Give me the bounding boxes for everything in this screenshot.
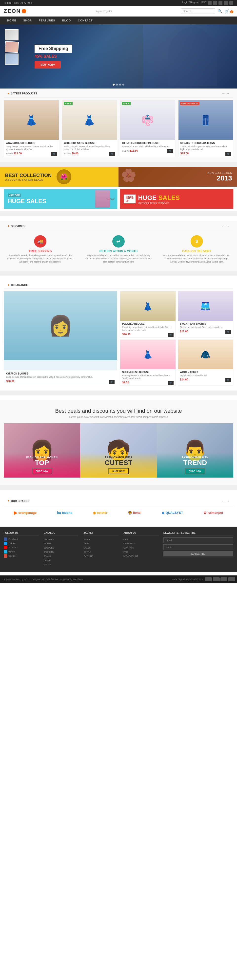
next-arrow[interactable]: → [226,91,230,95]
nav-item-features[interactable]: FEATURES [35,16,59,24]
search-icon[interactable]: 🔍 [218,9,222,13]
header-right: 🔍 🛒 0 [181,8,233,14]
brand-bolster[interactable]: ◉ bolster [93,511,107,515]
add-cart-3[interactable]: 🛒 [226,152,231,156]
old-price-2: $12.00 [122,150,129,152]
brand-balona[interactable]: ba balona [57,511,72,515]
footer-bottom: Copyright 2019-20 by Z4X6... Designed by… [0,576,237,583]
add-cart-0[interactable]: 🛒 [51,152,57,156]
newsletter-name[interactable] [163,544,233,550]
newsletter-submit[interactable]: SUBSCRIBE [163,551,233,557]
nav-link-contact: CONTACT [74,16,96,24]
top-bar: PHONE: +373 79 777 999 Login / Register … [0,0,237,6]
catalog-skirts[interactable]: SKIRTS [44,542,79,545]
about-contact[interactable]: CONTACT [123,546,159,549]
new-collection-banner: 🌸 NEW COLLECTION 2013 [119,167,237,187]
sub-info-sweat: SWEATPANT SHORTS Streaming waistband. Si… [178,321,233,334]
services-prev[interactable]: ← [222,224,225,228]
catalog-pants[interactable]: PANTS [44,563,79,566]
sleeveless-cart-btn[interactable]: 🛒 [168,381,173,385]
product-card-2: SALE 👘 OFF-THE-SHOULDER BLOUSE Blouse in… [120,100,175,157]
prev-arrow[interactable]: ← [222,91,225,95]
nav-item-home[interactable]: HOME [4,16,20,24]
social-googleplus[interactable]: Google+ [4,554,39,558]
jacket-new[interactable]: NEW [83,542,119,545]
fb-link[interactable]: Facebook [8,538,18,541]
jacket-shirt[interactable]: SHIRT [83,538,119,541]
yt-link[interactable]: Youtube [8,546,16,549]
brand-orangenage[interactable]: ▶ orangenage [14,510,37,515]
clearance-header: Clearance [4,280,233,289]
catalog-jackets[interactable]: JACKETS [44,550,79,554]
brands-prev[interactable]: ← [222,499,225,503]
logo-wrap[interactable]: ZEON [4,8,26,14]
jacket-evening[interactable]: EVENING [83,554,119,558]
new-price-3: $15.00 [181,152,189,155]
catalog-dress[interactable]: DRESS [44,558,79,562]
chiffon-desc: Long sleeved chiffon blouse in cotton ru… [6,376,115,379]
catalog-col-title: CATALOG [44,531,79,536]
payment-mc [213,578,220,581]
social-vimeo[interactable]: Vimeo [4,550,39,554]
deal-btn-woman[interactable]: SHOP NOW [32,468,52,474]
hero-dot-1[interactable] [113,84,115,86]
hero-dot-2[interactable] [116,84,118,86]
add-cart-2[interactable]: 🛒 [167,149,173,153]
catalog-jeans[interactable]: JEANS [44,554,79,558]
footer-bottom-inner: Copyright 2019-20 by Z4X6... Designed by… [2,578,235,581]
catalog-blouses[interactable]: BLOUSES [44,538,79,541]
chiffon-name: CHIFFON BLOUSE [6,372,115,375]
wool-cart-btn[interactable]: 🛒 [226,378,231,382]
deal-btn-men[interactable]: SHOP NOW [185,468,205,474]
cart-icon-wrap[interactable]: 🛒 0 [224,9,233,14]
sweat-cart-btn[interactable]: 🛒 [226,330,231,334]
vi-icon [4,550,7,554]
vi-icon-top [229,1,233,5]
nav-item-blog[interactable]: BLOG [59,16,75,24]
chiffon-price: $20.00 🛒 [6,380,115,383]
header-login[interactable]: Login / Register [95,10,112,13]
sub-info-sleeveless: SLEEVELESS BLOUSE Flowing blouse in silk… [120,369,176,385]
product-name-2: OFF-THE-SHOULDER BLOUSE [122,142,173,145]
buy-now-button[interactable]: BUY NOW [35,61,61,68]
tw-link[interactable]: Twitter [8,542,15,545]
nav-item-shop[interactable]: SHOP [20,16,35,24]
product-card-1: SALE 👗 WIDE-CUT SATIN BLOUSE Wide cut sa… [62,100,117,157]
about-cart[interactable]: CART [123,538,159,541]
services-next[interactable]: → [226,224,230,228]
social-twitter[interactable]: Twitter [4,542,39,545]
about-myaccount[interactable]: MY ACCOUNT [123,554,159,558]
brand-lionel[interactable]: 🦁 lionel [128,511,141,515]
catalog-blouses2[interactable]: BLOUSES [44,546,79,549]
deals-grid: 👩 FASHION FOR WOMAN TOP SHOP NOW 🧒 FASHI… [4,423,233,477]
chiffon-cart-btn[interactable]: 🛒 [109,380,115,383]
login-link[interactable]: Login / Register [182,1,200,5]
hero-dot-4[interactable] [122,84,125,86]
vi-link[interactable]: Vimeo [8,550,14,553]
social-youtube[interactable]: Youtube [4,546,39,549]
brand-qualsyst[interactable]: ◈ QUALSYST [162,511,183,515]
pleated-cart-btn[interactable]: 🛒 [168,333,173,337]
badge-1: SALE [64,102,72,105]
wool-price: $24.00 🛒 [180,378,231,381]
gp-link[interactable]: Google+ [8,555,17,557]
service-cash: $ CASH ON DELIVERY Fusce posuere eleifen… [160,233,233,266]
jacket-extra[interactable]: EXTRA [83,550,119,554]
brand-rulmenpol[interactable]: ⚙ rulmenpol [203,511,223,515]
jacket-sales[interactable]: SALES [83,546,119,549]
newsletter-email[interactable] [163,538,233,543]
services-header: SERVICES ← → [4,221,233,230]
search-input[interactable] [181,8,215,14]
add-cart-1[interactable]: 🛒 [109,152,115,156]
deal-sub-woman: FASHION FOR WOMAN [7,456,77,459]
deal-btn-kids[interactable]: SHOP NOW [108,468,129,474]
brand-name-qualsyst: QUALSYST [165,511,183,514]
about-faq[interactable]: FAQ [123,550,159,554]
brand-name-bolster: bolster [97,511,107,514]
social-facebook[interactable]: Facebook [4,538,39,541]
hero-dot-3[interactable] [119,84,121,86]
about-checkout[interactable]: CHECKOUT [123,542,159,545]
nav-link-shop: SHOP [20,16,35,24]
brands-next[interactable]: → [226,499,230,503]
nav-item-contact[interactable]: CONTACT [74,16,96,24]
